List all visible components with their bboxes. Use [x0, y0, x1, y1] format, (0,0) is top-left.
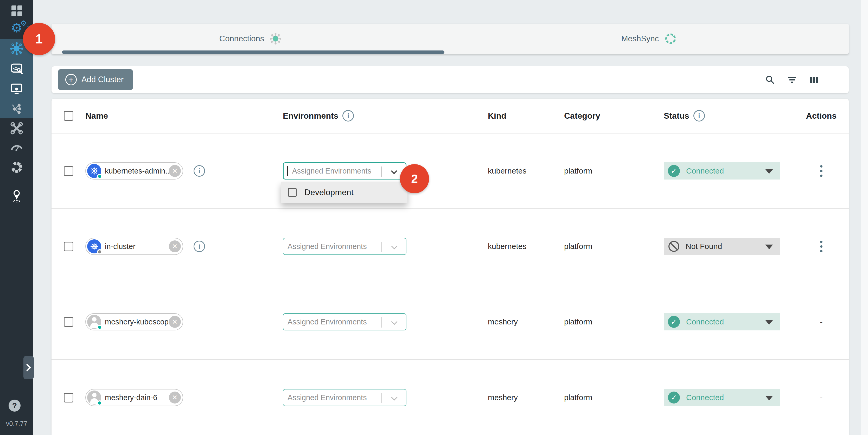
meshery-app: ⚙ ⚙ — [0, 0, 868, 435]
sidebar-item-dashboard[interactable] — [0, 2, 33, 20]
column-header-name[interactable]: Name — [85, 111, 283, 121]
search-icon[interactable] — [764, 74, 776, 86]
connection-name: meshery-kubescop... — [105, 318, 169, 326]
column-header-actions: Actions — [794, 111, 849, 121]
plus-circle-icon: + — [65, 74, 77, 85]
environments-dropdown-menu: Development — [281, 182, 407, 203]
column-header-category[interactable]: Category — [564, 111, 664, 121]
connection-info-icon[interactable]: i — [194, 165, 205, 177]
page-scrollbar[interactable] — [861, 0, 868, 435]
row-actions-kebab-icon[interactable] — [818, 164, 824, 179]
connection-info-icon[interactable]: i — [194, 241, 205, 252]
sidebar-item-designs[interactable] — [0, 99, 33, 117]
crossed-wrenches-icon — [9, 121, 24, 135]
sidebar-item-location[interactable] — [0, 187, 33, 205]
code-wrench-icon: <> — [9, 61, 24, 76]
status-badge[interactable]: ✓ Connected — [664, 162, 780, 180]
tab-meshsync[interactable]: MeshSync — [450, 24, 849, 54]
connection-chip[interactable]: kubernetes-admin... ✕ — [85, 162, 183, 180]
status-label: Connected — [686, 166, 724, 175]
sidebar-item-metrics[interactable] — [0, 137, 33, 156]
column-header-status[interactable]: Status — [664, 111, 689, 121]
category-value: platform — [564, 242, 664, 251]
environments-select[interactable]: Assigned Environments — [283, 162, 406, 180]
connection-chip[interactable]: meshery-dain-6 ✕ — [85, 389, 183, 406]
tab-connections[interactable]: Connections — [52, 24, 450, 54]
environments-select[interactable]: Assigned Environments — [283, 389, 406, 406]
connection-chip[interactable]: in-cluster ✕ — [85, 238, 183, 255]
annotation-badge-1: 1 — [23, 23, 55, 55]
graph-branch-icon — [9, 101, 24, 116]
sidebar-expand-button[interactable] — [23, 356, 34, 379]
tab-meshsync-label: MeshSync — [621, 34, 659, 43]
status-dropdown-arrow[interactable] — [765, 396, 773, 400]
environment-option-checkbox[interactable] — [288, 188, 297, 197]
status-dropdown-arrow[interactable] — [765, 245, 773, 249]
view-columns-icon[interactable] — [808, 74, 820, 86]
remove-connection-icon[interactable]: ✕ — [169, 240, 181, 252]
connections-mesh-icon — [269, 32, 282, 45]
sidebar: ⚙ ⚙ — [0, 0, 33, 435]
speedometer-icon — [9, 139, 24, 154]
chevron-down-icon[interactable] — [391, 318, 397, 325]
status-badge[interactable]: ✓ Connected — [664, 313, 780, 331]
sidebar-divider — [0, 183, 33, 183]
connection-status-dot — [97, 400, 102, 406]
environments-info-icon[interactable]: i — [342, 110, 354, 122]
connection-chip[interactable]: meshery-kubescop... ✕ — [85, 313, 183, 331]
sidebar-item-toolkit[interactable] — [0, 119, 33, 137]
kubernetes-logo-icon — [87, 239, 101, 253]
connections-table: Name Environments i Kind Category Status… — [52, 99, 849, 435]
sidebar-item-adapters[interactable]: <> — [0, 60, 33, 78]
connected-check-icon: ✓ — [668, 165, 680, 177]
status-dropdown-arrow[interactable] — [765, 169, 773, 174]
remove-connection-icon[interactable]: ✕ — [169, 316, 181, 328]
connection-status-dot — [97, 174, 102, 179]
environments-placeholder: Assigned Environments — [287, 242, 367, 251]
connection-status-dot — [97, 249, 102, 254]
row-checkbox[interactable] — [64, 317, 73, 327]
sidebar-item-extensions[interactable] — [0, 158, 33, 177]
table-row: meshery-kubescop... ✕ Assigned Environme… — [52, 284, 849, 360]
chevron-down-icon[interactable] — [391, 243, 397, 249]
status-badge[interactable]: ✓ Connected — [664, 389, 780, 406]
add-cluster-button[interactable]: + Add Cluster — [58, 69, 133, 90]
kubernetes-logo-icon — [87, 164, 101, 178]
connections-toolbar: + Add Cluster — [52, 66, 849, 93]
help-button[interactable]: ? — [8, 400, 21, 412]
mosaic-donut-icon — [9, 160, 24, 175]
column-header-kind[interactable]: Kind — [488, 111, 564, 121]
select-all-checkbox[interactable] — [64, 111, 73, 121]
chevron-down-icon[interactable] — [391, 394, 397, 400]
environment-option-label[interactable]: Development — [304, 188, 353, 197]
status-info-icon[interactable]: i — [693, 110, 705, 122]
annotation-badge-2: 2 — [400, 164, 429, 193]
row-actions-kebab-icon[interactable] — [818, 239, 824, 254]
remove-connection-icon[interactable]: ✕ — [169, 165, 181, 177]
category-value: platform — [564, 393, 664, 402]
remove-connection-icon[interactable]: ✕ — [169, 392, 181, 404]
sidebar-item-performance-screen[interactable] — [0, 80, 33, 98]
category-value: platform — [564, 166, 664, 175]
connection-status-dot — [97, 325, 102, 330]
row-checkbox[interactable] — [64, 166, 73, 176]
text-cursor — [287, 166, 288, 176]
not-found-ban-icon — [669, 241, 679, 252]
status-dropdown-arrow[interactable] — [765, 320, 773, 325]
actions-empty-value: - — [820, 317, 823, 326]
environments-placeholder: Assigned Environments — [287, 393, 367, 402]
filter-icon[interactable] — [786, 74, 798, 86]
connection-name: in-cluster — [105, 242, 169, 251]
kind-value: kubernetes — [488, 242, 564, 251]
column-header-environments[interactable]: Environments — [283, 111, 338, 121]
chevron-down-icon[interactable] — [391, 168, 397, 174]
environments-select[interactable]: Assigned Environments — [283, 313, 406, 331]
active-tab-indicator — [62, 51, 444, 54]
row-checkbox[interactable] — [64, 242, 73, 251]
row-checkbox[interactable] — [64, 393, 73, 402]
category-value: platform — [564, 317, 664, 326]
add-cluster-label: Add Cluster — [82, 75, 124, 84]
environments-select[interactable]: Assigned Environments — [283, 238, 406, 255]
kind-value: kubernetes — [488, 166, 564, 175]
status-badge[interactable]: Not Found — [664, 238, 780, 255]
